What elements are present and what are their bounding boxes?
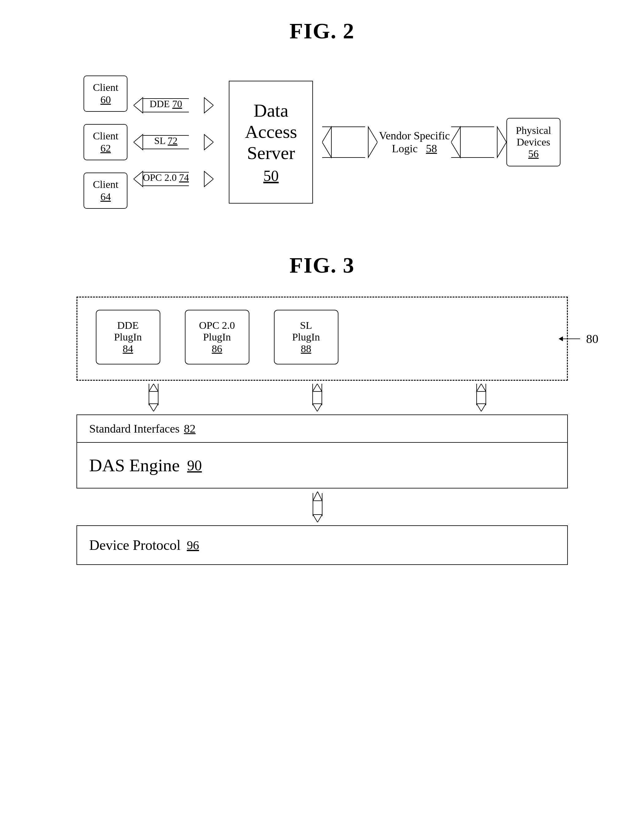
protocol-arrows: DDE 70 SL 72 OPC 2.0 74 <box>133 93 213 191</box>
svg-text:SL 72: SL 72 <box>154 135 178 146</box>
plugin-to-std-arrows <box>77 381 568 415</box>
fig2-title: FIG. 2 <box>289 18 354 44</box>
sl-arrow-svg: SL 72 <box>133 130 213 155</box>
svg-marker-35 <box>477 384 486 392</box>
plugin-dashed-container: DDE PlugIn 84 OPC 2.0 PlugIn 86 SL PlugI… <box>77 297 568 381</box>
physical-devices-box: Physical Devices 56 <box>506 118 560 167</box>
label80-arrow <box>559 332 583 345</box>
svg-marker-17 <box>322 127 331 158</box>
plugin-arrow-1 <box>143 384 173 412</box>
physical-arrow-svg <box>451 118 506 167</box>
fig3-outer-wrapper: DDE PlugIn 84 OPC 2.0 PlugIn 86 SL PlugI… <box>77 297 568 381</box>
client-62: Client 62 <box>84 124 127 160</box>
opc-arrow-svg: OPC 2.0 74 <box>133 167 213 191</box>
svg-marker-5 <box>133 135 143 150</box>
svg-marker-3 <box>204 98 213 113</box>
das-to-device-arrows <box>77 488 568 525</box>
svg-marker-21 <box>451 127 460 158</box>
plugin-opc: OPC 2.0 PlugIn 86 <box>185 310 249 364</box>
dde-arrow-svg: DDE 70 <box>133 93 213 118</box>
vendor-arrow-svg <box>322 118 377 167</box>
svg-marker-8 <box>204 135 213 150</box>
svg-marker-40 <box>313 514 322 522</box>
client-64: Client 64 <box>84 173 127 209</box>
label-80: 80 <box>586 332 598 346</box>
vendor-logic-label: Vendor Specific Logic 58 <box>377 129 451 155</box>
svg-marker-22 <box>497 127 506 158</box>
fig2-diagram: Client 60 Client 62 Client 64 <box>25 62 619 222</box>
label-80-group: 80 <box>559 332 598 346</box>
fig3-diagram: DDE PlugIn 84 OPC 2.0 PlugIn 86 SL PlugI… <box>77 297 568 565</box>
das-server-box: Data Access Server 50 <box>229 81 313 204</box>
svg-marker-24 <box>559 336 563 341</box>
svg-marker-13 <box>204 171 213 187</box>
svg-marker-18 <box>368 127 377 158</box>
das-engine-row: DAS Engine 90 <box>77 443 567 488</box>
svg-marker-28 <box>149 404 158 412</box>
protocol-opc: OPC 2.0 74 <box>133 167 213 191</box>
vendor-section: Vendor Specific Logic 58 Physical Device… <box>322 118 560 167</box>
std-interfaces-row: Standard Interfaces 82 <box>77 415 567 443</box>
svg-marker-39 <box>313 491 322 501</box>
plugin-arrow-3 <box>471 384 501 412</box>
svg-marker-27 <box>149 384 158 392</box>
svg-marker-0 <box>133 98 143 113</box>
client-60: Client 60 <box>84 75 127 112</box>
plugin-dde: DDE PlugIn 84 <box>96 310 160 364</box>
svg-text:OPC 2.0 74: OPC 2.0 74 <box>143 172 189 183</box>
protocol-dde: DDE 70 <box>133 93 213 118</box>
clients-column: Client 60 Client 62 Client 64 <box>84 75 127 209</box>
svg-marker-32 <box>313 404 322 412</box>
device-protocol-box: Device Protocol 96 <box>77 525 568 565</box>
svg-marker-10 <box>133 171 143 187</box>
svg-marker-36 <box>477 404 486 412</box>
das-engine-section: Standard Interfaces 82 DAS Engine 90 <box>77 415 568 488</box>
svg-text:DDE 70: DDE 70 <box>150 98 182 109</box>
das-device-arrow-svg <box>307 491 337 522</box>
plugin-arrow-2 <box>307 384 337 412</box>
svg-marker-31 <box>313 384 322 392</box>
protocol-sl: SL 72 <box>133 130 213 155</box>
plugin-sl: SL PlugIn 88 <box>274 310 339 364</box>
fig3-title: FIG. 3 <box>289 253 354 278</box>
